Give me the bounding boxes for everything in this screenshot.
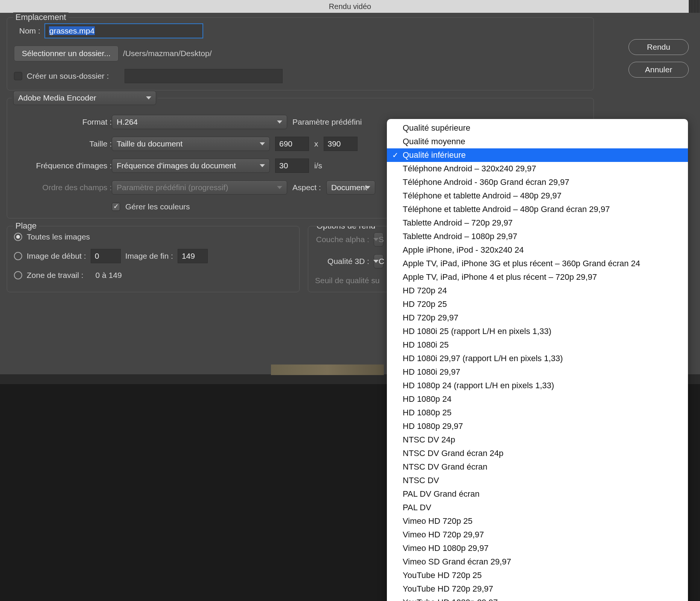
quality3d-select[interactable]: C bbox=[374, 254, 383, 268]
threshold-label: Seuil de qualité su bbox=[315, 276, 380, 285]
dialog-title: Rendu vidéo bbox=[0, 0, 700, 13]
create-subfolder-checkbox[interactable] bbox=[14, 72, 22, 80]
preset-option-label: HD 720p 24 bbox=[403, 285, 447, 297]
preset-option[interactable]: HD 720p 25 bbox=[387, 297, 688, 311]
preset-option-label: YouTube HD 1080p 29,97 bbox=[403, 596, 498, 601]
preset-option[interactable]: PAL DV bbox=[387, 501, 688, 514]
preset-option-label: PAL DV bbox=[403, 502, 431, 514]
preset-option[interactable]: Apple TV, iPad, iPhone 3G et plus récent… bbox=[387, 257, 688, 270]
preset-option[interactable]: Vimeo HD 720p 25 bbox=[387, 514, 688, 528]
preset-option-label: Téléphone Android – 320x240 29,97 bbox=[403, 163, 536, 175]
fps-input[interactable]: 30 bbox=[275, 159, 309, 173]
manage-colors-label: Gérer les couleurs bbox=[125, 202, 190, 211]
cancel-button[interactable]: Annuler bbox=[628, 62, 689, 78]
preset-option-label: NTSC DV Grand écran 24p bbox=[403, 447, 504, 459]
all-frames-radio[interactable] bbox=[14, 233, 22, 241]
preset-option-label: Vimeo HD 1080p 29,97 bbox=[403, 542, 488, 554]
preset-option[interactable]: NTSC DV 24p bbox=[387, 433, 688, 447]
preset-option[interactable]: HD 1080p 29,97 bbox=[387, 419, 688, 433]
preset-option[interactable]: Qualité supérieure bbox=[387, 121, 688, 135]
preset-option[interactable]: HD 720p 24 bbox=[387, 284, 688, 297]
filename-input[interactable]: grasses.mp4 bbox=[45, 24, 203, 38]
range-fieldset: Plage Toutes les images Image de début :… bbox=[7, 226, 300, 292]
preset-option-label: YouTube HD 720p 29,97 bbox=[403, 583, 493, 595]
preset-option-label: Téléphone Android - 360p Grand écran 29,… bbox=[403, 176, 569, 188]
fieldorder-label: Ordre des champs : bbox=[14, 183, 112, 192]
preset-option[interactable]: Tablette Android – 1080p 29,97 bbox=[387, 230, 688, 243]
render-button[interactable]: Rendu bbox=[628, 39, 689, 55]
preset-option[interactable]: YouTube HD 720p 29,97 bbox=[387, 582, 688, 596]
preset-option-label: Tablette Android – 720p 29,97 bbox=[403, 217, 513, 229]
preset-option[interactable]: HD 1080i 29,97 bbox=[387, 365, 688, 379]
subfolder-input[interactable] bbox=[125, 69, 283, 83]
preset-option-label: HD 1080i 25 (rapport L/H en pixels 1,33) bbox=[403, 325, 551, 337]
preset-option[interactable]: Vimeo HD 720p 29,97 bbox=[387, 528, 688, 542]
start-frame-input[interactable]: 0 bbox=[91, 249, 121, 263]
preset-option[interactable]: Apple iPhone, iPod - 320x240 24 bbox=[387, 243, 688, 257]
fieldorder-select: Paramètre prédéfini (progressif) bbox=[112, 180, 287, 195]
fps-unit: i/s bbox=[314, 161, 322, 170]
preset-option[interactable]: HD 1080p 24 (rapport L/H en pixels 1,33) bbox=[387, 379, 688, 392]
preset-option[interactable]: NTSC DV bbox=[387, 474, 688, 487]
preset-option-label: Apple iPhone, iPod - 320x240 24 bbox=[403, 244, 524, 256]
width-input[interactable]: 690 bbox=[275, 137, 309, 151]
end-frame-label: Image de fin : bbox=[125, 252, 173, 261]
start-frame-radio[interactable] bbox=[14, 252, 22, 260]
preset-option-label: Téléphone et tablette Android – 480p 29,… bbox=[403, 190, 562, 202]
render-options-legend: Options de rend bbox=[314, 226, 378, 231]
workarea-label: Zone de travail : bbox=[27, 271, 84, 280]
preset-option-label: Tablette Android – 1080p 29,97 bbox=[403, 230, 517, 243]
preset-option[interactable]: Tablette Android – 720p 29,97 bbox=[387, 216, 688, 230]
preset-option-label: HD 1080p 24 bbox=[403, 393, 452, 405]
preset-option[interactable]: Vimeo SD Grand écran 29,97 bbox=[387, 555, 688, 569]
format-label: Format : bbox=[14, 117, 112, 127]
select-folder-button[interactable]: Sélectionner un dossier... bbox=[14, 46, 119, 61]
preset-option-label: Apple TV, iPad, iPhone 4 et plus récent … bbox=[403, 271, 597, 283]
aspect-label: Aspect : bbox=[292, 183, 321, 192]
encoder-select[interactable]: Adobe Media Encoder bbox=[13, 91, 156, 105]
preset-option[interactable]: HD 1080i 29,97 (rapport L/H en pixels 1,… bbox=[387, 352, 688, 365]
fps-label: Fréquence d'images : bbox=[14, 161, 112, 170]
preset-option[interactable]: Téléphone et tablette Android – 480p 29,… bbox=[387, 189, 688, 203]
workarea-radio[interactable] bbox=[14, 271, 22, 279]
aspect-select[interactable]: Document bbox=[326, 180, 375, 195]
preset-option[interactable]: Qualité moyenne bbox=[387, 135, 688, 148]
preset-option[interactable]: NTSC DV Grand écran bbox=[387, 460, 688, 474]
preset-option-label: Apple TV, iPad, iPhone 3G et plus récent… bbox=[403, 258, 640, 270]
fps-select[interactable]: Fréquence d'images du document bbox=[112, 159, 270, 173]
preset-option-label: Vimeo HD 720p 29,97 bbox=[403, 529, 484, 541]
preset-option[interactable]: HD 1080i 25 bbox=[387, 338, 688, 352]
preset-option[interactable]: PAL DV Grand écran bbox=[387, 487, 688, 501]
preset-option-label: HD 1080i 29,97 bbox=[403, 366, 460, 378]
preset-option[interactable]: YouTube HD 720p 25 bbox=[387, 569, 688, 582]
preset-option-label: Vimeo SD Grand écran 29,97 bbox=[403, 556, 511, 568]
preset-option[interactable]: YouTube HD 1080p 29,97 bbox=[387, 596, 688, 601]
background-image-strip bbox=[271, 365, 384, 375]
preset-option[interactable]: Téléphone Android - 360p Grand écran 29,… bbox=[387, 175, 688, 189]
end-frame-input[interactable]: 149 bbox=[178, 249, 208, 263]
preset-option[interactable]: HD 1080p 24 bbox=[387, 392, 688, 406]
preset-dropdown-menu[interactable]: Qualité supérieureQualité moyenne✓Qualit… bbox=[387, 119, 688, 601]
preset-option-label: YouTube HD 720p 25 bbox=[403, 569, 482, 581]
size-select[interactable]: Taille du document bbox=[112, 137, 270, 151]
preset-option[interactable]: HD 1080p 25 bbox=[387, 406, 688, 419]
height-input[interactable]: 390 bbox=[324, 137, 358, 151]
preset-option-label: NTSC DV Grand écran bbox=[403, 461, 487, 473]
preset-option[interactable]: NTSC DV Grand écran 24p bbox=[387, 447, 688, 460]
format-select[interactable]: H.264 bbox=[112, 115, 287, 129]
preset-option-label: PAL DV Grand écran bbox=[403, 488, 479, 500]
range-legend: Plage bbox=[13, 221, 39, 231]
preset-option[interactable]: HD 1080i 25 (rapport L/H en pixels 1,33) bbox=[387, 325, 688, 338]
preset-option[interactable]: Apple TV, iPad, iPhone 4 et plus récent … bbox=[387, 270, 688, 284]
preset-option[interactable]: Vimeo HD 1080p 29,97 bbox=[387, 542, 688, 555]
preset-option[interactable]: Téléphone et tablette Android – 480p Gra… bbox=[387, 203, 688, 216]
manage-colors-checkbox[interactable] bbox=[112, 203, 120, 211]
preset-option[interactable]: HD 720p 29,97 bbox=[387, 311, 688, 325]
all-frames-label: Toutes les images bbox=[27, 232, 90, 241]
preset-option[interactable]: Téléphone Android – 320x240 29,97 bbox=[387, 162, 688, 175]
preset-option[interactable]: ✓Qualité inférieure bbox=[387, 148, 688, 162]
location-legend: Emplacement bbox=[13, 12, 68, 22]
preset-option-label: HD 720p 25 bbox=[403, 298, 447, 310]
render-options-fieldset: Options de rend Couche alpha : S Qualité… bbox=[308, 226, 391, 292]
preset-option-label: HD 1080p 29,97 bbox=[403, 420, 463, 432]
